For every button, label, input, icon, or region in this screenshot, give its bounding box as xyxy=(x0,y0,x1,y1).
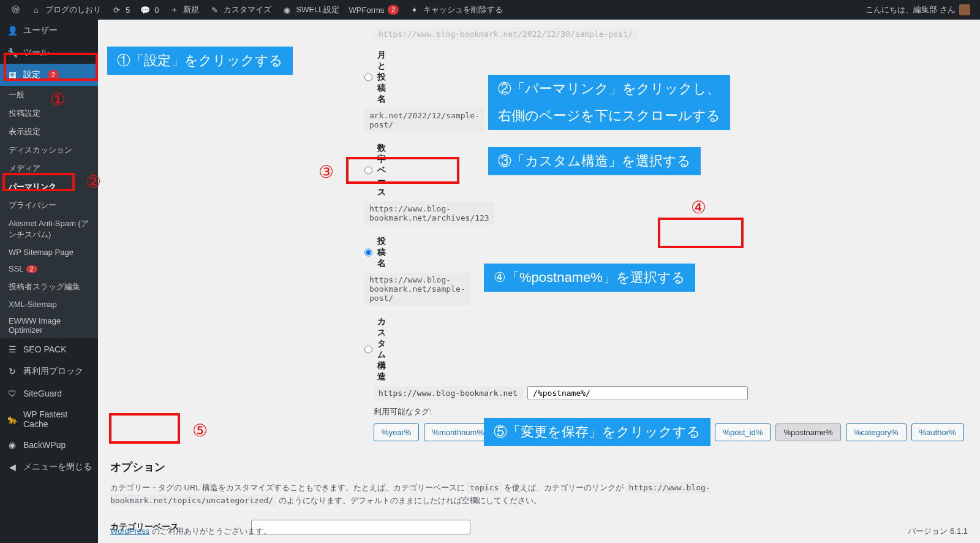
updates-link[interactable]: ⟳5 xyxy=(106,0,135,20)
customize-link[interactable]: ✎カスタマイズ xyxy=(204,0,276,20)
menu-wpfc[interactable]: 🐆WP Fastest Cache xyxy=(0,404,98,434)
cache-link[interactable]: ✦キャッシュを削除する xyxy=(404,0,508,20)
custom-structure-row: https://www.blog-bookmark.net xyxy=(374,386,968,400)
custom-structure-input[interactable] xyxy=(527,386,748,400)
sub-akismet[interactable]: Akismet Anti-Spam (アンチスパム) xyxy=(0,215,98,244)
radio-month-name[interactable]: 月と投稿名 xyxy=(364,50,374,105)
anno-3: ③「カスタム構造」を選択する xyxy=(488,147,701,175)
customize-label: カスタマイズ xyxy=(224,4,271,15)
footer: WordPress のご利用ありがとうございます。 バージョン 6.1.1 xyxy=(110,526,968,537)
footer-thanks: のご利用ありがとうございます。 xyxy=(149,526,271,536)
comments-link[interactable]: 💬0 xyxy=(135,0,164,20)
menu-collapse[interactable]: ◀メニューを閉じる xyxy=(0,456,98,478)
user-account[interactable]: こんにちは、編集部 さん xyxy=(861,0,975,20)
menu-tools[interactable]: 🔧ツール xyxy=(0,42,98,64)
tools-icon: 🔧 xyxy=(6,47,18,59)
sub-general[interactable]: 一般 xyxy=(0,86,98,104)
anno-5: ⑤「変更を保存」をクリックする xyxy=(484,418,710,446)
menu-siteguard[interactable]: 🛡SiteGuard xyxy=(0,382,98,404)
tag-category[interactable]: %category% xyxy=(846,423,907,441)
menu-seopack[interactable]: ☰SEO PACK xyxy=(0,338,98,360)
settings-badge: 2 xyxy=(48,70,59,80)
tag-author[interactable]: %author% xyxy=(911,423,964,441)
radio-postname-input[interactable] xyxy=(364,248,372,257)
sub-permalink[interactable]: パーマリンク xyxy=(0,178,98,196)
swell-link[interactable]: ◉SWELL設定 xyxy=(276,0,344,20)
num-1: ① xyxy=(50,89,66,110)
num-4: ④ xyxy=(691,197,706,218)
url-example-cut: https://www.blog-bookmark.net/2022/12/30… xyxy=(374,27,638,41)
cache-label: キャッシュを削除する xyxy=(423,4,503,15)
menu-backwpup[interactable]: ◉BackWPup xyxy=(0,434,98,456)
menu-users[interactable]: 👤ユーザー xyxy=(0,20,98,42)
num-2: ② xyxy=(86,172,101,192)
wp-logo[interactable]: ⓦ xyxy=(5,0,26,20)
menu-reusable[interactable]: ↻再利用ブロック xyxy=(0,360,98,382)
radio-numeric-input[interactable] xyxy=(364,165,372,175)
sub-ewww[interactable]: EWWW Image Optimizer xyxy=(0,313,98,338)
wpforms-link[interactable]: WPForms2 xyxy=(344,0,404,20)
tag-year[interactable]: %year% xyxy=(374,423,419,441)
numeric-url: https://www.blog-bookmark.net/archives/1… xyxy=(364,202,494,225)
sub-media[interactable]: メディア xyxy=(0,159,98,178)
settings-icon: ▦ xyxy=(6,69,18,81)
updates-count: 5 xyxy=(126,6,130,15)
version-label: バージョン 6.1.1 xyxy=(908,526,968,537)
radio-postname[interactable]: 投稿名 xyxy=(364,236,374,269)
sub-discussion[interactable]: ディスカッション xyxy=(0,141,98,159)
radio-custom-input[interactable] xyxy=(364,344,372,354)
anno-2b: 右側のページを下にスクロールする xyxy=(488,102,730,130)
shield-icon: 🛡 xyxy=(6,387,18,400)
tag-monthnum[interactable]: %monthnum% xyxy=(424,423,492,441)
wpfc-icon: 🐆 xyxy=(6,413,18,425)
tag-post-id[interactable]: %post_id% xyxy=(715,423,771,441)
wordpress-icon: ⓦ xyxy=(10,4,21,15)
radio-month-name-input[interactable] xyxy=(364,72,372,82)
structure-custom: カスタム構造 xyxy=(110,316,374,382)
postname-url: https://www.blog-bookmark.net/sample-pos… xyxy=(364,273,470,305)
options-heading: オプション xyxy=(110,460,968,474)
wordpress-link[interactable]: WordPress xyxy=(110,526,149,536)
structure-postname: 投稿名 https://www.blog-bookmark.net/sample… xyxy=(110,236,374,305)
cache-icon: ✦ xyxy=(409,4,420,15)
radio-numeric[interactable]: 数字ベース xyxy=(364,143,374,198)
ssl-badge: 2 xyxy=(26,265,37,273)
num-3: ③ xyxy=(318,162,334,182)
structure-numeric: 数字ベース https://www.blog-bookmark.net/arch… xyxy=(110,143,374,225)
tags-label: 利用可能なタグ: xyxy=(374,406,968,417)
anno-1: ①「設定」をクリックする xyxy=(107,47,293,75)
sub-ssl[interactable]: SSL2 xyxy=(0,260,98,278)
reusable-icon: ↻ xyxy=(6,365,18,378)
site-link[interactable]: ⌂ブログのしおり xyxy=(26,0,106,20)
seopack-icon: ☰ xyxy=(6,343,18,355)
new-content[interactable]: ＋新規 xyxy=(164,0,204,20)
tag-postname[interactable]: %postname% xyxy=(775,423,840,441)
sub-privacy[interactable]: プライバシー xyxy=(0,196,98,215)
home-icon: ⌂ xyxy=(31,4,42,15)
menu-settings[interactable]: ▦設定2 xyxy=(0,64,98,86)
avatar xyxy=(959,4,970,15)
collapse-icon: ◀ xyxy=(6,461,18,473)
plus-icon: ＋ xyxy=(168,4,179,15)
anno-4: ④「%postname%」を選択する xyxy=(484,264,695,292)
users-icon: 👤 xyxy=(6,25,18,37)
greeting: こんにちは、編集部 さん xyxy=(865,4,956,15)
options-desc: カテゴリー・タグの URL 構造をカスタマイズすることもできます。たとえば、カテ… xyxy=(110,482,845,507)
comment-icon: 💬 xyxy=(140,4,151,15)
wpforms-badge: 2 xyxy=(388,5,399,15)
sub-sitemap[interactable]: WP Sitemap Page xyxy=(0,244,98,260)
admin-sidebar: 👤ユーザー 🔧ツール ▦設定2 一般 投稿設定 表示設定 ディスカッション メデ… xyxy=(0,20,98,543)
month-name-url: ark.net/2022/12/sample-post/ xyxy=(364,108,484,132)
anno-2a: ②「パーマリンク」をクリックし、 xyxy=(488,75,730,103)
sub-xml-sitemap[interactable]: XML-Sitemap xyxy=(0,296,98,313)
wpforms-label: WPForms xyxy=(349,6,385,15)
sub-reading[interactable]: 表示設定 xyxy=(0,123,98,141)
admin-bar: ⓦ ⌂ブログのしおり ⟳5 💬0 ＋新規 ✎カスタマイズ ◉SWELL設定 WP… xyxy=(0,0,980,20)
sub-writing[interactable]: 投稿設定 xyxy=(0,104,98,123)
swell-label: SWELL設定 xyxy=(296,4,339,15)
swell-icon: ◉ xyxy=(281,4,292,15)
settings-submenu: 一般 投稿設定 表示設定 ディスカッション メディア パーマリンク プライバシー… xyxy=(0,86,98,338)
comments-count: 0 xyxy=(154,6,159,15)
radio-custom[interactable]: カスタム構造 xyxy=(364,316,374,382)
sub-author-slug[interactable]: 投稿者スラッグ編集 xyxy=(0,278,98,296)
